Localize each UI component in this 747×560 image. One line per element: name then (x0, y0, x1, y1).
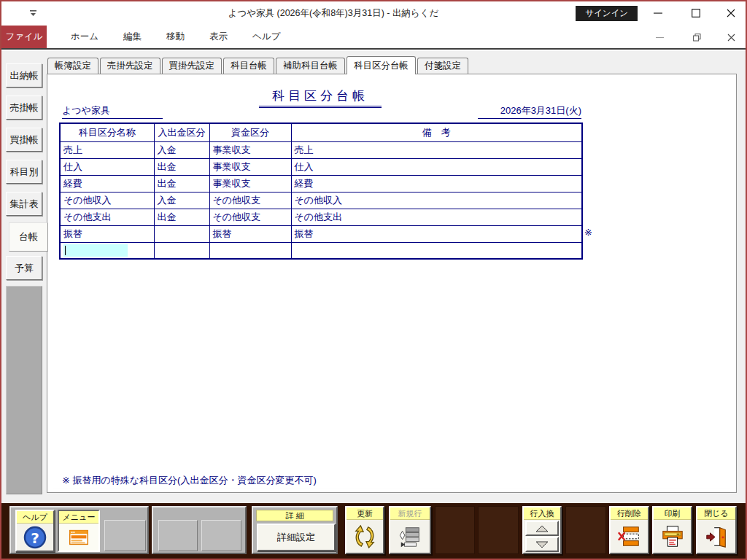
cell[interactable]: 振替 (291, 225, 582, 242)
minimize-button[interactable] (649, 5, 667, 21)
menu-home[interactable]: ホーム (58, 31, 111, 43)
window-list-icon (59, 524, 98, 551)
cell[interactable] (154, 242, 209, 259)
side-tab-budget[interactable]: 予算 (6, 256, 42, 280)
maximize-icon (692, 9, 700, 18)
window-title: よつや家具 (2026年(令和8年)3月31日) - 出納らくだ (89, 1, 578, 26)
new-row-button-disabled[interactable]: 新規行 (389, 506, 431, 554)
tab-receivable-settings[interactable]: 売掛先設定 (100, 58, 160, 74)
svg-text:?: ? (31, 529, 39, 546)
cell[interactable]: その他収入 (60, 192, 154, 209)
mdi-restore-button[interactable] (688, 28, 705, 46)
signin-button[interactable]: サインイン (576, 6, 638, 21)
empty-slot (565, 506, 606, 554)
exit-door-icon (697, 520, 735, 553)
table-row: 経費 出金 事業収支 経費 (60, 175, 582, 192)
bottom-divider (53, 489, 730, 489)
app-window: よつや家具 (2026年(令和8年)3月31日) - 出納らくだ サインイン フ… (0, 0, 747, 560)
menu-file[interactable]: ファイル (1, 26, 47, 48)
transfer-note-mark: ※ (584, 227, 592, 238)
menu-button[interactable]: メニュー (58, 510, 100, 552)
rows-sparkle-icon (390, 520, 430, 553)
cell[interactable]: 仕入 (60, 158, 154, 175)
menu-view[interactable]: 表示 (197, 31, 240, 43)
printer-icon (654, 520, 691, 553)
cell[interactable]: その他収支 (209, 192, 291, 209)
cell[interactable]: その他支出 (60, 209, 154, 225)
menu-help[interactable]: ヘルプ (240, 31, 293, 43)
col-remarks: 備 考 (291, 123, 582, 141)
side-tab-purchase-ledger[interactable]: 買掛帳 (6, 128, 42, 152)
col-inout-type: 入出金区分 (154, 123, 209, 141)
cell[interactable]: 事業収支 (209, 141, 291, 158)
cell[interactable]: 入金 (154, 141, 209, 158)
cell[interactable]: その他収入 (291, 192, 582, 209)
cell[interactable]: 出金 (154, 158, 209, 175)
tab-sub-account-ledger[interactable]: 補助科目台帳 (276, 58, 345, 74)
empty-slot (158, 520, 198, 551)
cell[interactable]: 事業収支 (209, 158, 291, 175)
cell[interactable]: 経費 (291, 175, 582, 192)
close-window-button[interactable] (722, 5, 740, 21)
cell[interactable] (209, 242, 291, 259)
cell[interactable]: 出金 (154, 175, 209, 192)
tab-account-ledger[interactable]: 科目台帳 (223, 58, 274, 74)
cell[interactable]: 事業収支 (209, 175, 291, 192)
cell[interactable]: その他支出 (291, 209, 582, 225)
side-filler (6, 286, 42, 494)
tab-payable-settings[interactable]: 買掛先設定 (162, 58, 222, 74)
update-label: 更新 (347, 508, 383, 520)
side-tab-summary[interactable]: 集計表 (6, 192, 42, 216)
cell[interactable]: 売上 (291, 141, 582, 158)
quick-access-button[interactable] (28, 8, 39, 18)
mdi-close-button[interactable] (722, 28, 740, 46)
side-tab-ledger-active[interactable]: 台帳 (9, 222, 48, 252)
cell[interactable]: 振替 (60, 225, 154, 242)
new-row-input[interactable] (63, 244, 128, 257)
cell[interactable]: 経費 (60, 175, 154, 192)
restore-icon (693, 34, 701, 42)
text-caret (65, 246, 66, 255)
detail-settings-button[interactable]: 詳細設定 (257, 524, 336, 551)
cell[interactable] (291, 242, 582, 259)
maximize-button[interactable] (687, 5, 705, 21)
cell[interactable]: 仕入 (291, 158, 582, 175)
help-button[interactable]: ヘルプ ? (15, 510, 55, 552)
side-tab-by-account[interactable]: 科目別 (6, 160, 42, 184)
update-button[interactable]: 更新 (345, 506, 384, 554)
cell[interactable] (154, 225, 209, 242)
line-chevron-down-icon (29, 9, 38, 17)
side-tab-cashbook[interactable]: 出納帳 (6, 63, 42, 88)
tab-tag-settings[interactable]: 付箋設定 (417, 58, 468, 74)
menu-label: メニュー (59, 511, 98, 524)
tab-category-ledger-active[interactable]: 科目区分台帳 (347, 56, 416, 74)
cell[interactable]: 入金 (154, 192, 209, 209)
toolbar-group-empty (152, 506, 247, 554)
app-area: 出納帳 売掛帳 買掛帳 科目別 集計表 台帳 予算 帳簿設定 売掛先設定 買掛先… (1, 51, 746, 503)
cell[interactable]: 売上 (60, 141, 154, 158)
empty-slot (478, 506, 519, 554)
minimize-icon (656, 34, 664, 42)
side-tab-sales-ledger[interactable]: 売掛帳 (6, 96, 42, 120)
row-swap-down-button[interactable] (525, 537, 559, 552)
col-fund-type: 資金区分 (209, 123, 291, 141)
row-swap-label: 行入換 (524, 508, 560, 520)
close-icon (727, 34, 735, 42)
row-delete-button[interactable]: 行削除 (609, 506, 649, 554)
menu-move[interactable]: 移動 (154, 31, 197, 43)
category-table: 科目区分名称 入出金区分 資金区分 備 考 売上 入金 事業収支 売上 仕入 (59, 122, 583, 260)
close-button[interactable]: 閉じる (696, 506, 737, 554)
menu-edit[interactable]: 編集 (111, 31, 154, 43)
company-name: よつや家具 (62, 104, 163, 119)
row-swap-up-button[interactable] (525, 521, 559, 536)
cell[interactable]: その他収支 (209, 209, 291, 225)
cell[interactable] (60, 242, 154, 259)
close-icon (727, 9, 735, 18)
mdi-minimize-button[interactable] (651, 28, 668, 46)
cell[interactable]: 出金 (154, 209, 209, 225)
tab-ledger-settings[interactable]: 帳簿設定 (47, 58, 98, 74)
help-label: ヘルプ (17, 511, 53, 524)
print-button[interactable]: 印刷 (652, 506, 692, 554)
triangle-up-icon (535, 525, 549, 532)
cell[interactable]: 振替 (209, 225, 291, 242)
